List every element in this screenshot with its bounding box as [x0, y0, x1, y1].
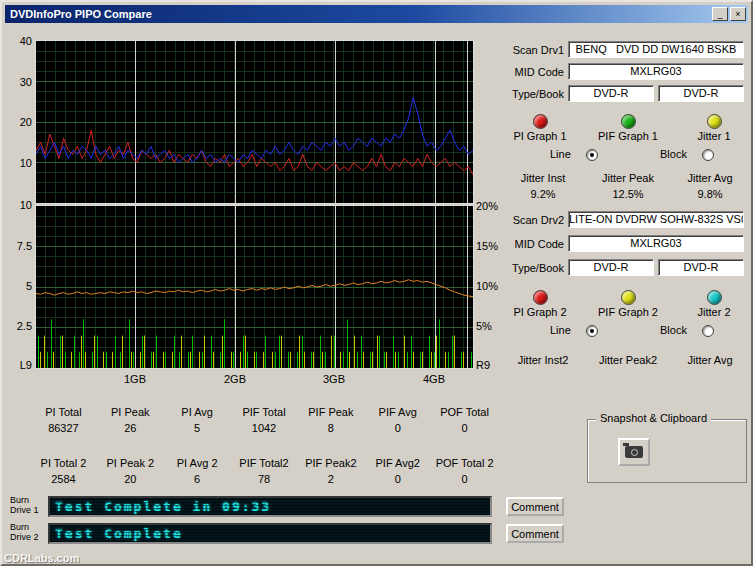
jitter-inst1-label: Jitter Inst — [510, 172, 576, 184]
y-tick-30: 30 — [8, 76, 32, 88]
scan-drv2-field[interactable]: LITE-ON DVDRW SOHW-832S VS0 — [568, 211, 744, 228]
pi-graph1-label: PI Graph 1 — [505, 130, 575, 142]
y-tick-b10: 10 — [8, 199, 32, 211]
stat-pi-avg2: PI Avg 26 — [164, 457, 231, 485]
stats-row-2: PI Total 22584 PI Peak 220 PI Avg 26 PIF… — [30, 457, 498, 485]
drive2-line-radio[interactable] — [586, 325, 598, 337]
jitter-avg2-label: Jitter Avg — [677, 354, 743, 366]
y-tick-20: 20 — [8, 116, 32, 128]
drive2-block-label: Block — [660, 324, 687, 336]
pif-graph1-label: PIF Graph 1 — [593, 130, 663, 142]
stats-row-1: PI Total86327 PI Peak26 PI Avg5 PIF Tota… — [30, 406, 498, 434]
jitter-inst1: Jitter Inst 9.2% — [510, 172, 576, 200]
camera-icon — [625, 446, 643, 458]
jitter-avg2: Jitter Avg — [677, 354, 743, 370]
jitter-peak1: Jitter Peak 12.5% — [595, 172, 661, 200]
y-tick-b7-5: 7.5 — [8, 240, 32, 252]
jitter-tick-5: 5% — [476, 320, 506, 332]
type-book1-label: Type/Book — [498, 88, 564, 100]
comment-button-drive2[interactable]: Comment — [506, 524, 564, 543]
x-tick-4gb: 4GB — [417, 373, 451, 385]
pi-graph1-led[interactable] — [533, 114, 548, 129]
burn-drive1-label: Burn Drive 1 — [10, 495, 39, 515]
stat-pif-peak2: PIF Peak22 — [297, 457, 364, 485]
burn-drive2-label: Burn Drive 2 — [10, 522, 39, 542]
status-lcd-drive1: Test Complete in 09:33 — [48, 496, 492, 517]
x-tick-2gb: 2GB — [218, 373, 252, 385]
jitter-tick-20: 20% — [476, 200, 506, 212]
type1-field[interactable]: DVD-R — [568, 85, 654, 102]
mid-code2-label: MID Code — [498, 238, 564, 250]
jitter-avg1-label: Jitter Avg — [677, 172, 743, 184]
y-tick-40: 40 — [8, 35, 32, 47]
camera-button[interactable] — [618, 438, 650, 466]
stat-pof-total: POF Total0 — [431, 406, 498, 434]
mid-code1-field[interactable]: MXLRG03 — [568, 63, 744, 80]
jitter-peak1-label: Jitter Peak — [595, 172, 661, 184]
drive2-line-label: Line — [550, 324, 571, 336]
drive1-line-radio[interactable] — [586, 149, 598, 161]
type-book2-label: Type/Book — [498, 262, 564, 274]
minimize-button[interactable]: _ — [712, 7, 728, 21]
y-tick-b5: 5 — [8, 280, 32, 292]
scan-drv2-label: Scan Drv2 — [498, 214, 564, 226]
pif-graph2-label: PIF Graph 2 — [593, 306, 663, 318]
app-window: DVDInfoPro PIPO Compare _ × 40 30 20 10 … — [0, 0, 753, 566]
stat-pif-avg: PIF Avg0 — [364, 406, 431, 434]
jitter-peak1-value: 12.5% — [595, 188, 661, 200]
snapshot-title: Snapshot & Clipboard — [596, 412, 711, 424]
pif-graph1-led[interactable] — [621, 114, 636, 129]
stat-pif-total2: PIF Total278 — [231, 457, 298, 485]
mid-code2-field[interactable]: MXLRG03 — [568, 235, 744, 252]
book1-field[interactable]: DVD-R — [658, 85, 744, 102]
stat-pi-peak: PI Peak26 — [97, 406, 164, 434]
jitter2-label: Jitter 2 — [679, 306, 749, 318]
x-tick-1gb: 1GB — [118, 373, 152, 385]
drive1-block-radio[interactable] — [702, 149, 714, 161]
jitter2-led[interactable] — [707, 290, 722, 305]
x-tick-3gb: 3GB — [317, 373, 351, 385]
jitter1-label: Jitter 1 — [679, 130, 749, 142]
pi-graph-canvas — [35, 40, 474, 204]
drive1-line-label: Line — [550, 148, 571, 160]
jitter-inst2-label: Jitter Inst2 — [510, 354, 576, 366]
scan-drv1-label: Scan Drv1 — [498, 44, 564, 56]
y-tick-b2-5: 2.5 — [8, 320, 32, 332]
jitter-tick-10: 10% — [476, 280, 506, 292]
pi-graph2-label: PI Graph 2 — [505, 306, 575, 318]
stat-pif-total: PIF Total1042 — [231, 406, 298, 434]
mid-code1-label: MID Code — [498, 66, 564, 78]
corner-label-right: R9 — [476, 359, 506, 371]
corner-label-left: L9 — [8, 359, 32, 371]
window-title: DVDInfoPro PIPO Compare — [7, 8, 710, 20]
pi-graph2-led[interactable] — [533, 290, 548, 305]
jitter1-led[interactable] — [707, 114, 722, 129]
scan-drv1-field[interactable]: BENQ DVD DD DW1640 BSKB — [568, 41, 744, 58]
stat-pif-peak: PIF Peak8 — [297, 406, 364, 434]
stat-pi-total2: PI Total 22584 — [30, 457, 97, 485]
stat-pof-total2: POF Total 20 — [431, 457, 498, 485]
stat-pi-total: PI Total86327 — [30, 406, 97, 434]
stat-pif-avg2: PIF Avg20 — [364, 457, 431, 485]
book2-field[interactable]: DVD-R — [658, 259, 744, 276]
pif-graph2-led[interactable] — [621, 290, 636, 305]
stat-pi-peak2: PI Peak 220 — [97, 457, 164, 485]
comment-button-drive1[interactable]: Comment — [506, 497, 564, 516]
drive1-block-label: Block — [660, 148, 687, 160]
status-lcd-drive2-text: Test Complete — [50, 525, 490, 542]
close-button[interactable]: × — [730, 7, 746, 21]
jitter-peak2-label: Jitter Peak2 — [595, 354, 661, 366]
snapshot-groupbox: Snapshot & Clipboard — [587, 419, 747, 483]
y-tick-10: 10 — [8, 157, 32, 169]
pif-jitter-graph-canvas — [35, 205, 474, 369]
status-lcd-drive2: Test Complete — [48, 523, 492, 544]
title-bar[interactable]: DVDInfoPro PIPO Compare _ × — [5, 5, 748, 23]
jitter-avg1: Jitter Avg 9.8% — [677, 172, 743, 200]
jitter-avg1-value: 9.8% — [677, 188, 743, 200]
jitter-inst2: Jitter Inst2 — [510, 354, 576, 370]
watermark: CDRLabs.com — [4, 552, 79, 564]
stat-pi-avg: PI Avg5 — [164, 406, 231, 434]
status-lcd-drive1-text: Test Complete in 09:33 — [50, 498, 490, 515]
type2-field[interactable]: DVD-R — [568, 259, 654, 276]
drive2-block-radio[interactable] — [702, 325, 714, 337]
